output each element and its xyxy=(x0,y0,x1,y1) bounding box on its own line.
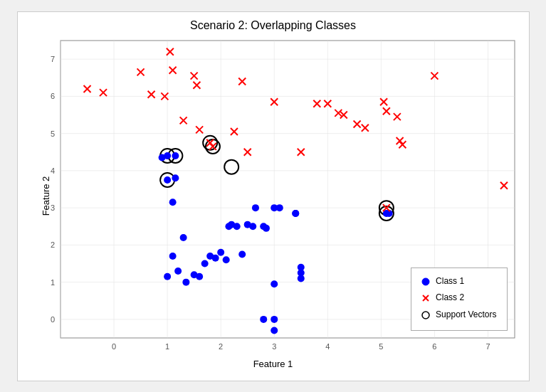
svg-point-75 xyxy=(271,280,278,287)
svg-point-48 xyxy=(179,233,187,240)
svg-point-43 xyxy=(164,152,171,159)
chart-title: Scenario 2: Overlapping Classes xyxy=(18,19,529,32)
svg-point-46 xyxy=(172,174,179,181)
chart-container: Scenario 2: Overlapping Classes Feature … xyxy=(17,11,530,381)
svg-text:7: 7 xyxy=(485,342,490,351)
svg-point-66 xyxy=(251,204,258,211)
svg-text:4: 4 xyxy=(325,342,330,351)
svg-point-44 xyxy=(172,152,179,159)
svg-point-70 xyxy=(275,204,283,211)
svg-point-49 xyxy=(169,253,176,260)
y-axis-label: Feature 2 xyxy=(26,12,66,381)
svg-text:0: 0 xyxy=(111,342,115,351)
svg-point-54 xyxy=(196,272,203,280)
svg-point-149 xyxy=(422,312,429,319)
svg-point-79 xyxy=(292,209,299,216)
svg-point-51 xyxy=(164,272,171,280)
svg-point-52 xyxy=(182,278,189,285)
svg-point-62 xyxy=(233,223,240,230)
svg-text:2: 2 xyxy=(219,342,223,351)
svg-text:6: 6 xyxy=(432,342,436,351)
svg-point-77 xyxy=(271,327,278,334)
svg-point-74 xyxy=(297,275,304,282)
legend-sv-label: Support Vectors xyxy=(436,307,496,323)
svg-point-146 xyxy=(422,278,429,285)
svg-point-50 xyxy=(174,267,182,274)
legend-class1: Class 1 xyxy=(421,274,496,290)
legend-class2-label: Class 2 xyxy=(436,290,464,306)
legend-class1-label: Class 1 xyxy=(436,274,464,290)
svg-point-78 xyxy=(260,315,267,322)
svg-text:1: 1 xyxy=(165,342,169,351)
svg-text:5: 5 xyxy=(379,342,383,351)
svg-point-57 xyxy=(211,254,219,261)
legend-class2: Class 2 xyxy=(421,290,496,306)
legend-sv: Support Vectors xyxy=(421,307,496,323)
legend: Class 1 Class 2 Support Vectors xyxy=(411,267,507,331)
svg-point-76 xyxy=(271,315,278,322)
svg-point-47 xyxy=(169,198,176,206)
svg-point-65 xyxy=(249,223,256,230)
x-axis-label: Feature 1 xyxy=(18,359,529,369)
svg-point-68 xyxy=(262,224,269,231)
svg-point-59 xyxy=(222,256,229,263)
svg-point-55 xyxy=(201,260,208,267)
svg-point-45 xyxy=(164,176,171,183)
svg-point-63 xyxy=(238,250,246,258)
svg-text:3: 3 xyxy=(272,342,276,351)
svg-point-58 xyxy=(217,248,224,255)
